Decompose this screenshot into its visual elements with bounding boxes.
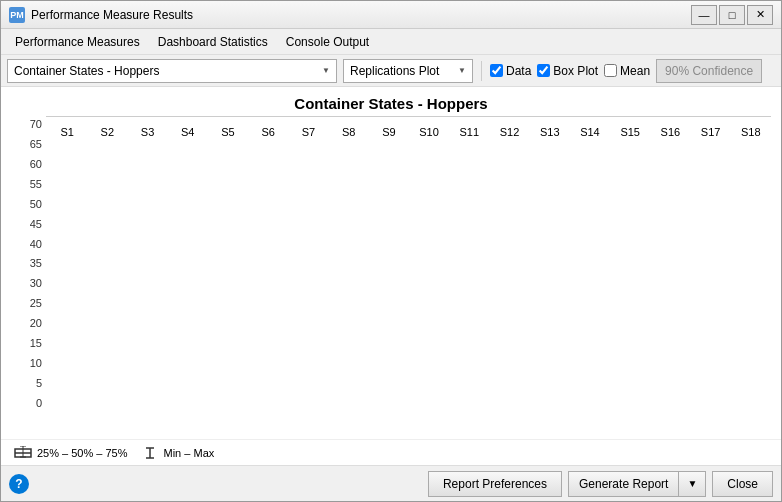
plot-dropdown-arrow: ▼ (458, 66, 466, 75)
mean-checkbox[interactable] (604, 64, 617, 77)
x-label-s2: S2 (87, 126, 127, 138)
plot-dropdown[interactable]: Replications Plot ▼ (343, 59, 473, 83)
box-plot-checkbox[interactable] (537, 64, 550, 77)
y-label-10: 10 (30, 357, 42, 369)
container-dropdown[interactable]: Container States - Hoppers ▼ (7, 59, 337, 83)
legend-min-max: Min – Max (140, 446, 215, 460)
x-label-s10: S10 (409, 126, 449, 138)
x-label-s17: S17 (691, 126, 731, 138)
x-label-s12: S12 (489, 126, 529, 138)
report-preferences-button[interactable]: Report Preferences (428, 471, 562, 497)
container-dropdown-value: Container States - Hoppers (14, 64, 159, 78)
legend-bar: 25% – 50% – 75% Min – Max (1, 439, 781, 465)
box-plot-checkbox-label: Box Plot (553, 64, 598, 78)
y-label-55: 55 (30, 178, 42, 190)
y-label-60: 60 (30, 158, 42, 170)
app-icon: PM (9, 7, 25, 23)
status-right: Report Preferences Generate Report ▼ Clo… (428, 471, 773, 497)
y-label-35: 35 (30, 257, 42, 269)
title-bar-left: PM Performance Measure Results (9, 7, 193, 23)
data-checkbox[interactable] (490, 64, 503, 77)
plot-area: Min: 33 (46, 116, 771, 117)
legend-box-plot: 25% – 50% – 75% (13, 446, 128, 460)
status-left: ? (9, 474, 29, 494)
generate-report-group: Generate Report ▼ (568, 471, 706, 497)
y-label-30: 30 (30, 277, 42, 289)
y-label-45: 45 (30, 218, 42, 230)
plot-wrapper: Min: 33 (46, 116, 771, 439)
y-label-40: 40 (30, 238, 42, 250)
x-label-s13: S13 (530, 126, 570, 138)
x-label-s9: S9 (369, 126, 409, 138)
confidence-button[interactable]: 90% Confidence (656, 59, 762, 83)
mean-checkbox-label: Mean (620, 64, 650, 78)
x-label-s11: S11 (449, 126, 489, 138)
plot-dropdown-value: Replications Plot (350, 64, 439, 78)
mean-checkbox-group[interactable]: Mean (604, 64, 650, 78)
maximize-button[interactable]: □ (719, 5, 745, 25)
help-button[interactable]: ? (9, 474, 29, 494)
title-bar: PM Performance Measure Results — □ ✕ (1, 1, 781, 29)
x-label-s6: S6 (248, 126, 288, 138)
y-label-65: 65 (30, 138, 42, 150)
menu-performance-measures[interactable]: Performance Measures (7, 32, 148, 52)
generate-report-button[interactable]: Generate Report (568, 471, 678, 497)
legend-box-icon (13, 446, 33, 460)
x-label-s15: S15 (610, 126, 650, 138)
toolbar: Container States - Hoppers ▼ Replication… (1, 55, 781, 87)
window-title: Performance Measure Results (31, 8, 193, 22)
y-label-50: 50 (30, 198, 42, 210)
x-label-s1: S1 (47, 126, 87, 138)
chart-title: Container States - Hoppers (1, 87, 781, 116)
minimize-button[interactable]: — (691, 5, 717, 25)
y-label-20: 20 (30, 317, 42, 329)
menu-console-output[interactable]: Console Output (278, 32, 377, 52)
x-label-s14: S14 (570, 126, 610, 138)
x-label-s4: S4 (168, 126, 208, 138)
container-dropdown-arrow: ▼ (322, 66, 330, 75)
status-bar: ? Report Preferences Generate Report ▼ C… (1, 465, 781, 501)
y-axis: 70 65 60 55 50 45 40 35 30 25 20 15 10 5… (1, 116, 46, 439)
close-window-button[interactable]: ✕ (747, 5, 773, 25)
y-label-0: 0 (36, 397, 42, 409)
x-label-s8: S8 (329, 126, 369, 138)
y-label-5: 5 (36, 377, 42, 389)
title-controls: — □ ✕ (691, 5, 773, 25)
toolbar-separator-1 (481, 61, 482, 81)
legend-minmax-icon (140, 446, 160, 460)
y-label-15: 15 (30, 337, 42, 349)
legend-box-label: 25% – 50% – 75% (37, 447, 128, 459)
x-label-s7: S7 (288, 126, 328, 138)
generate-report-dropdown-arrow[interactable]: ▼ (678, 471, 706, 497)
y-label-25: 25 (30, 297, 42, 309)
chart-container: 70 65 60 55 50 45 40 35 30 25 20 15 10 5… (1, 116, 781, 439)
box-plot-checkbox-group[interactable]: Box Plot (537, 64, 598, 78)
main-window: PM Performance Measure Results — □ ✕ Per… (0, 0, 782, 502)
x-label-s16: S16 (650, 126, 690, 138)
x-label-s3: S3 (127, 126, 167, 138)
y-label-70: 70 (30, 118, 42, 130)
legend-minmax-label: Min – Max (164, 447, 215, 459)
menu-bar: Performance Measures Dashboard Statistic… (1, 29, 781, 55)
x-label-s18: S18 (731, 126, 771, 138)
data-checkbox-group[interactable]: Data (490, 64, 531, 78)
chart-area: Container States - Hoppers 70 65 60 55 5… (1, 87, 781, 465)
data-checkbox-label: Data (506, 64, 531, 78)
x-labels: S1 S2 S3 S4 S5 S6 S7 S8 S9 S10 S11 S12 S… (47, 126, 771, 138)
menu-dashboard-statistics[interactable]: Dashboard Statistics (150, 32, 276, 52)
close-button[interactable]: Close (712, 471, 773, 497)
x-label-s5: S5 (208, 126, 248, 138)
